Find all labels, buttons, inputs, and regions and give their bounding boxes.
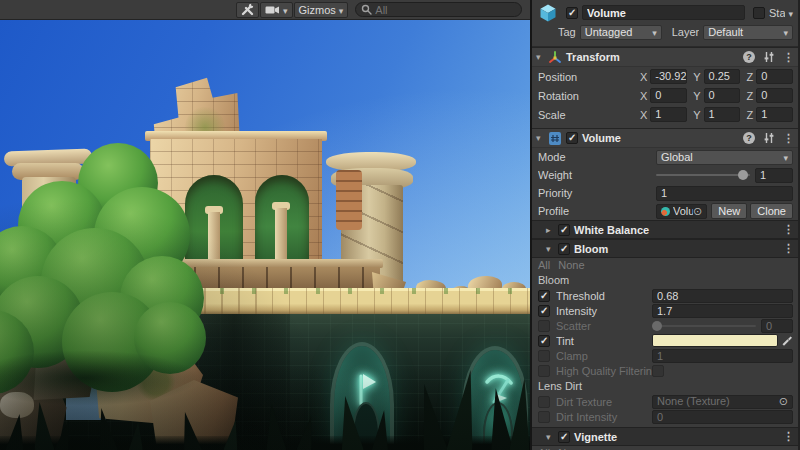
all-link[interactable]: All (538, 259, 550, 271)
foldout-arrow-icon[interactable] (546, 225, 558, 235)
axis-y-label: Y (693, 90, 700, 102)
transform-title: Transform (566, 51, 620, 63)
volume-enabled-checkbox[interactable] (566, 132, 578, 144)
clamp-override-checkbox[interactable] (538, 350, 550, 362)
tag-dropdown[interactable]: Untagged (580, 25, 662, 40)
profile-row: Profile Volume_Gl New Clone (532, 202, 798, 220)
scatter-slider[interactable] (652, 319, 756, 333)
hqf-override-checkbox[interactable] (538, 365, 550, 377)
mode-dropdown[interactable]: Global (656, 150, 793, 165)
mode-row: Mode Global (532, 148, 798, 166)
search-input[interactable] (375, 4, 516, 16)
object-picker-icon[interactable] (693, 205, 702, 218)
transform-header[interactable]: Transform ? (532, 47, 798, 67)
scale-y-field[interactable]: 1 (704, 107, 741, 122)
tools-button[interactable] (236, 2, 259, 18)
transform-icon (548, 50, 562, 64)
presets-icon[interactable] (763, 51, 775, 63)
position-label: Position (538, 71, 640, 83)
white-balance-title: White Balance (574, 224, 649, 236)
position-y-field[interactable]: 0.25 (704, 69, 741, 84)
axis-x-label: X (640, 90, 647, 102)
profile-new-button[interactable]: New (711, 203, 747, 219)
position-z-field[interactable]: 0 (756, 69, 793, 84)
weight-value-field[interactable]: 1 (755, 168, 793, 183)
dirt-intensity-override-checkbox[interactable] (538, 411, 550, 423)
rotation-z-field[interactable]: 0 (756, 88, 793, 103)
column-brick-patch (336, 170, 362, 230)
threshold-override-checkbox[interactable] (538, 290, 550, 302)
position-x-field[interactable]: -30.92 (650, 69, 687, 84)
vignette-title: Vignette (574, 431, 617, 443)
foldout-arrow-icon[interactable] (536, 133, 548, 143)
white-balance-checkbox[interactable] (558, 224, 570, 236)
layer-label: Layer (672, 26, 700, 38)
scale-z-field[interactable]: 1 (756, 107, 793, 122)
clamp-field[interactable]: 1 (652, 349, 793, 363)
static-checkbox[interactable] (753, 7, 765, 19)
kebab-menu-icon[interactable] (783, 430, 794, 443)
gizmos-button[interactable]: Gizmos (294, 2, 349, 18)
none-link[interactable]: None (558, 259, 584, 271)
profile-object-field[interactable]: Volume_Gl (656, 204, 707, 219)
vignette-checkbox[interactable] (558, 431, 570, 443)
kebab-menu-icon[interactable] (783, 51, 794, 64)
axis-y-label: Y (693, 71, 700, 83)
kebab-menu-icon[interactable] (783, 242, 794, 255)
tint-override-checkbox[interactable] (538, 335, 550, 347)
scene-view[interactable]: Gizmos (0, 0, 532, 450)
volume-title: Volume (582, 132, 621, 144)
scatter-value-field[interactable]: 0 (761, 319, 793, 333)
rotation-x-field[interactable]: 0 (650, 88, 687, 103)
volume-component-header[interactable]: Volume ? (532, 128, 798, 148)
static-dropdown-arrow[interactable] (785, 7, 793, 19)
presets-icon[interactable] (763, 132, 775, 144)
tint-color-swatch[interactable] (652, 334, 778, 347)
profile-label: Profile (538, 205, 656, 217)
layer-dropdown[interactable]: Default (703, 25, 793, 40)
hqf-value-checkbox[interactable] (652, 365, 664, 377)
cube-icon (538, 3, 558, 23)
dirt-texture-object-field[interactable]: None (Texture) (652, 395, 793, 409)
eyedropper-icon[interactable] (781, 335, 793, 347)
bloom-header[interactable]: Bloom (532, 239, 798, 258)
camera-button[interactable] (260, 2, 293, 18)
help-icon[interactable]: ? (743, 51, 755, 63)
foldout-arrow-icon[interactable] (536, 52, 548, 62)
axis-x-label: X (640, 109, 647, 121)
clamp-row: Clamp 1 (532, 348, 798, 363)
transform-rotation-row: Rotation X 0 Y 0 Z 0 (532, 86, 798, 105)
priority-label: Priority (538, 187, 656, 199)
priority-field[interactable]: 1 (656, 186, 793, 201)
help-icon[interactable]: ? (743, 132, 755, 144)
bloom-checkbox[interactable] (558, 243, 570, 255)
foldout-arrow-icon[interactable] (546, 244, 558, 254)
game-scene[interactable] (0, 20, 532, 450)
tag-label: Tag (558, 26, 576, 38)
kebab-menu-icon[interactable] (783, 223, 794, 236)
profile-clone-button[interactable]: Clone (750, 203, 793, 219)
wrench-hammer-icon (241, 3, 254, 16)
dirt-intensity-field[interactable]: 0 (652, 410, 793, 424)
rotation-y-field[interactable]: 0 (704, 88, 741, 103)
gameobject-active-checkbox[interactable] (566, 7, 578, 19)
scale-x-field[interactable]: 1 (650, 107, 687, 122)
gizmos-label: Gizmos (299, 4, 336, 16)
gameobject-name-field[interactable] (582, 5, 745, 20)
weight-slider[interactable] (656, 168, 750, 182)
threshold-field[interactable]: 0.68 (652, 289, 793, 303)
object-picker-icon[interactable] (779, 395, 788, 408)
intensity-override-checkbox[interactable] (538, 305, 550, 317)
kebab-menu-icon[interactable] (783, 132, 794, 145)
white-balance-header[interactable]: White Balance (532, 220, 798, 239)
scene-search-field[interactable] (355, 2, 522, 17)
threshold-row: Threshold 0.68 (532, 288, 798, 303)
vignette-header[interactable]: Vignette (532, 427, 798, 446)
unity-editor: Gizmos (0, 0, 800, 450)
intensity-field[interactable]: 1.7 (652, 304, 793, 318)
rotation-label: Rotation (538, 90, 640, 102)
hqf-row: High Quality Filtering (532, 363, 798, 378)
dirt-texture-override-checkbox[interactable] (538, 396, 550, 408)
scatter-override-checkbox[interactable] (538, 320, 550, 332)
foldout-arrow-icon[interactable] (546, 432, 558, 442)
